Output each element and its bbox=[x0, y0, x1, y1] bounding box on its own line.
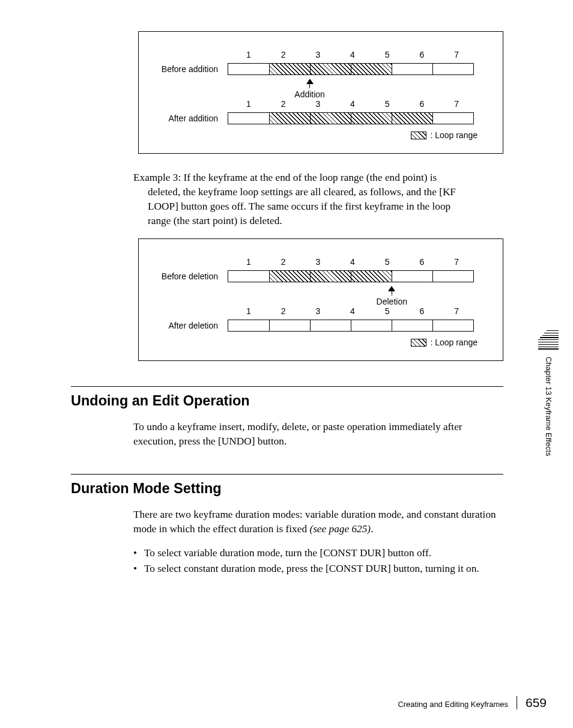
fig1-before-numbers: 1 2 3 4 5 6 7 bbox=[228, 50, 474, 59]
fig1-before-timeline bbox=[228, 63, 474, 75]
side-thumb-tab: Chapter 13 Keyframe Effects bbox=[538, 330, 559, 457]
example3-lead: Example 3: If the keyframe at the end of… bbox=[133, 172, 437, 183]
fig1-legend-text: : Loop range bbox=[430, 130, 478, 140]
kf-num: 6 bbox=[405, 306, 440, 316]
kf-num: 2 bbox=[266, 257, 301, 267]
section-rule bbox=[71, 474, 503, 475]
kf-num: 6 bbox=[405, 50, 440, 59]
fig2-after-label: After deletion bbox=[150, 321, 228, 330]
side-tab-label: Chapter 13 Keyframe Effects bbox=[544, 357, 553, 457]
fig2-before-timeline bbox=[228, 270, 474, 282]
kf-num: 3 bbox=[300, 257, 335, 267]
addition-arrow: Addition bbox=[268, 79, 351, 99]
bullet-item: To select constant duration mode, press … bbox=[133, 562, 503, 576]
section-rule bbox=[71, 386, 503, 387]
kf-num: 5 bbox=[370, 257, 405, 267]
footer-section-title: Creating and Editing Keyframes bbox=[398, 700, 508, 709]
fig1-after-numbers: 1 2 3 4 5 6 7 bbox=[228, 99, 474, 109]
kf-num: 1 bbox=[231, 257, 266, 267]
section-duration-title: Duration Mode Setting bbox=[71, 481, 503, 497]
fig2-before-numbers: 1 2 3 4 5 6 7 bbox=[228, 257, 474, 267]
footer-divider bbox=[517, 696, 517, 709]
kf-num: 4 bbox=[335, 257, 370, 267]
page-footer: Creating and Editing Keyframes 659 bbox=[398, 696, 547, 710]
figure-addition: 1 2 3 4 5 6 7 Before addition bbox=[138, 31, 503, 154]
kf-num: 5 bbox=[370, 50, 405, 59]
section-undo-title: Undoing an Edit Operation bbox=[71, 393, 503, 409]
fig1-before-label: Before addition bbox=[150, 64, 228, 74]
figure-deletion: 1 2 3 4 5 6 7 Before deletion bbox=[138, 238, 503, 361]
duration-body-ref: (see page 625) bbox=[309, 523, 371, 535]
fig2-legend-text: : Loop range bbox=[430, 338, 478, 347]
kf-num: 2 bbox=[266, 50, 301, 59]
kf-num: 3 bbox=[300, 306, 335, 316]
fig2-before-label: Before deletion bbox=[150, 271, 228, 281]
fig1-action-label: Addition bbox=[294, 89, 325, 99]
duration-body-b: . bbox=[371, 523, 373, 535]
kf-num: 1 bbox=[231, 50, 266, 59]
section-undo-body: To undo a keyframe insert, modify, delet… bbox=[133, 420, 503, 449]
document-page: 1 2 3 4 5 6 7 Before addition bbox=[0, 0, 573, 728]
kf-num: 4 bbox=[335, 99, 370, 109]
kf-num: 7 bbox=[439, 306, 474, 316]
bullet-item: To select variable duration mode, turn t… bbox=[133, 546, 503, 560]
fig1-after-timeline bbox=[228, 112, 474, 124]
loop-range-hatch bbox=[269, 271, 392, 282]
kf-num: 6 bbox=[405, 99, 440, 109]
kf-num: 7 bbox=[439, 50, 474, 59]
kf-num: 3 bbox=[300, 50, 335, 59]
example3-cont: deleted, the keyframe loop settings are … bbox=[133, 185, 503, 199]
kf-num: 4 bbox=[335, 306, 370, 316]
footer-page-number: 659 bbox=[526, 696, 547, 710]
kf-num: 1 bbox=[231, 306, 266, 316]
loop-range-hatch bbox=[269, 64, 392, 74]
fig2-after-numbers: 1 2 3 4 5 6 7 bbox=[228, 306, 474, 316]
kf-num: 6 bbox=[405, 257, 440, 267]
example3-paragraph: Example 3: If the keyframe at the end of… bbox=[133, 171, 503, 228]
section-duration-body: There are two keyframe duration modes: v… bbox=[133, 508, 503, 536]
fig1-legend: : Loop range bbox=[150, 130, 492, 140]
kf-num: 4 bbox=[335, 50, 370, 59]
kf-num: 5 bbox=[370, 99, 405, 109]
hatch-swatch-icon bbox=[411, 339, 426, 347]
content-column: 1 2 3 4 5 6 7 Before addition bbox=[71, 31, 503, 576]
kf-num: 2 bbox=[266, 99, 301, 109]
kf-num: 3 bbox=[300, 99, 335, 109]
fig2-action-label: Deletion bbox=[377, 297, 407, 306]
example3-cont: range (the start point) is deleted. bbox=[133, 214, 503, 228]
kf-num: 1 bbox=[231, 99, 266, 109]
fig1-after-label: After addition bbox=[150, 114, 228, 123]
kf-num: 7 bbox=[439, 257, 474, 267]
deletion-arrow: Deletion bbox=[371, 286, 412, 306]
kf-num: 7 bbox=[439, 99, 474, 109]
example3-cont: LOOP] button goes off. The same occurs i… bbox=[133, 199, 503, 214]
kf-num: 5 bbox=[370, 306, 405, 316]
duration-bullets: To select variable duration mode, turn t… bbox=[133, 546, 503, 576]
fig2-legend: : Loop range bbox=[150, 338, 492, 347]
kf-num: 2 bbox=[266, 306, 301, 316]
fig2-after-timeline bbox=[228, 320, 474, 332]
thumb-bars-icon bbox=[538, 330, 559, 351]
hatch-swatch-icon bbox=[411, 132, 426, 139]
